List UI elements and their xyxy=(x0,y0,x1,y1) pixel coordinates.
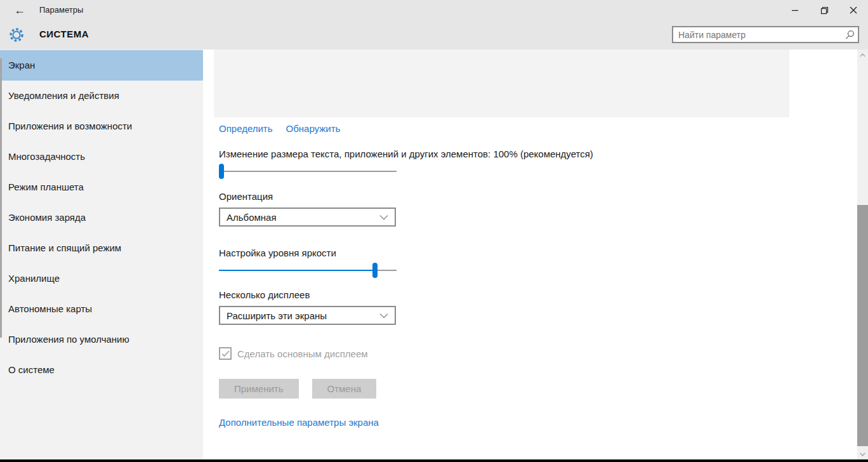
orientation-select[interactable]: Альбомная xyxy=(219,208,396,227)
sidebar-nav: ЭкранУведомления и действияПриложения и … xyxy=(0,50,203,459)
search-input[interactable] xyxy=(673,30,841,40)
minimize-icon xyxy=(791,6,799,14)
sidebar-scrollbar-thumb[interactable] xyxy=(0,58,2,338)
brightness-slider[interactable] xyxy=(219,263,397,278)
minimize-button[interactable] xyxy=(780,0,810,20)
display-preview[interactable] xyxy=(214,50,789,117)
primary-display-checkbox-label: Сделать основным дисплеем xyxy=(237,348,368,359)
chevron-down-icon xyxy=(860,452,865,456)
sidebar-item-apps-features[interactable]: Приложения и возможности xyxy=(0,111,203,142)
action-buttons-row: Применить Отмена xyxy=(219,379,857,399)
display-settings-panel: Определить Обнаружить Изменение размера … xyxy=(203,50,857,459)
primary-display-checkbox[interactable] xyxy=(219,347,232,360)
scrollbar[interactable] xyxy=(857,50,868,459)
close-button[interactable] xyxy=(839,0,868,20)
multi-display-value: Расширить эти экраны xyxy=(227,310,327,321)
multi-display-select[interactable]: Расширить эти экраны xyxy=(219,306,396,325)
close-icon xyxy=(850,6,857,14)
titlebar: ← Параметры xyxy=(0,0,868,20)
back-arrow-icon: ← xyxy=(14,4,25,16)
sidebar-item-power-sleep[interactable]: Питание и спящий режим xyxy=(0,233,203,263)
checkmark-icon xyxy=(221,350,230,357)
window-bottom-edge xyxy=(0,459,868,462)
primary-display-row: Сделать основным дисплеем xyxy=(219,347,857,360)
gear-icon xyxy=(9,27,24,43)
brightness-label: Настройка уровня яркости xyxy=(219,248,857,258)
sidebar-item-battery-saver[interactable]: Экономия заряда xyxy=(0,202,203,233)
restore-icon xyxy=(820,6,829,15)
page-title: СИСТЕМА xyxy=(39,20,89,50)
window-controls xyxy=(780,0,868,20)
search-box xyxy=(672,26,859,43)
display-links-row: Определить Обнаружить xyxy=(219,123,857,134)
chevron-down-icon xyxy=(379,214,388,220)
settings-window: ← Параметры СИСТЕМА Экран xyxy=(0,0,868,462)
sidebar-item-storage[interactable]: Хранилище xyxy=(0,263,203,294)
sidebar-item-tablet-mode[interactable]: Режим планшета xyxy=(0,172,203,202)
search-icon xyxy=(841,30,858,39)
scrollbar-down-arrow[interactable] xyxy=(857,449,868,459)
cancel-button[interactable]: Отмена xyxy=(312,379,377,399)
identify-link[interactable]: Определить xyxy=(219,123,273,134)
orientation-value: Альбомная xyxy=(227,212,277,223)
sidebar-item-notifications[interactable]: Уведомления и действия xyxy=(0,81,203,111)
sidebar-item-multitasking[interactable]: Многозадачность xyxy=(0,142,203,172)
brightness-slider-fill xyxy=(219,270,377,271)
scale-slider[interactable] xyxy=(219,164,397,179)
chevron-down-icon xyxy=(379,313,388,319)
orientation-label: Ориентация xyxy=(219,191,857,202)
sidebar-item-display[interactable]: Экран xyxy=(0,50,203,81)
scrollbar-thumb[interactable] xyxy=(857,205,868,446)
scale-slider-thumb[interactable] xyxy=(219,164,224,179)
sidebar-item-about[interactable]: О системе xyxy=(0,355,203,385)
chevron-up-icon xyxy=(860,53,865,57)
advanced-display-settings-link[interactable]: Дополнительные параметры экрана xyxy=(219,417,379,428)
restore-button[interactable] xyxy=(810,0,839,20)
back-button[interactable]: ← xyxy=(5,0,34,20)
scrollbar-up-arrow[interactable] xyxy=(857,50,868,60)
sidebar-item-offline-maps[interactable]: Автономные карты xyxy=(0,294,203,324)
window-title: Параметры xyxy=(39,0,83,20)
apply-button[interactable]: Применить xyxy=(219,379,299,399)
scale-label: Изменение размера текста, приложений и д… xyxy=(219,148,857,159)
brightness-slider-thumb[interactable] xyxy=(372,263,378,278)
page-header: СИСТЕМА xyxy=(0,20,868,50)
detect-link[interactable]: Обнаружить xyxy=(286,123,341,134)
scale-slider-track[interactable] xyxy=(219,171,397,172)
multi-display-label: Несколько дисплеев xyxy=(219,289,857,300)
sidebar-item-default-apps[interactable]: Приложения по умолчанию xyxy=(0,324,203,355)
